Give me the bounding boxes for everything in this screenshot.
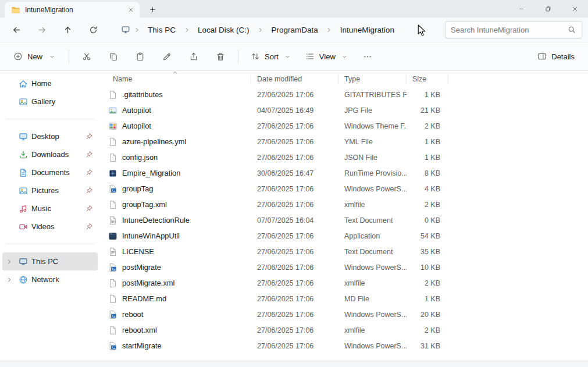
file-row[interactable]: reboot.xml27/06/2025 17:06xmlfile2 KB	[105, 322, 588, 338]
file-row[interactable]: groupTag.xml27/06/2025 17:06xmlfile2 KB	[105, 197, 588, 212]
paste-button[interactable]	[130, 46, 151, 67]
file-row[interactable]: startMigrate27/06/2025 17:06Windows Powe…	[105, 338, 588, 354]
file-name-cell: Empire_Migration	[105, 165, 251, 181]
file-row[interactable]: .gitattributes27/06/2025 17:06GITATTRIBU…	[105, 87, 588, 102]
sidebar-item-desktop[interactable]: Desktop	[2, 127, 98, 145]
file-row[interactable]: Autopilot04/07/2025 16:49JPG File21 KB	[105, 102, 588, 118]
file-type: xmlfile	[338, 322, 407, 338]
file-row[interactable]: postMigrate.xml27/06/2025 17:06xmlfile2 …	[105, 275, 588, 291]
new-tab-button[interactable]	[145, 2, 159, 16]
sidebar-item-label: Documents	[31, 168, 82, 177]
sidebar-item-gallery[interactable]: Gallery	[2, 92, 98, 111]
chevron-right-icon[interactable]	[3, 257, 15, 266]
tab-close-icon[interactable]	[126, 5, 136, 15]
file-row[interactable]: Empire_Migration30/06/2025 16:47RunTime …	[105, 165, 588, 181]
new-button[interactable]: New	[8, 48, 62, 65]
file-row[interactable]: README.md27/06/2025 17:06MD File1 KB	[105, 291, 588, 307]
breadcrumb-item[interactable]: IntuneMigration	[334, 23, 400, 37]
file-size: 31 KB	[407, 338, 448, 354]
file-size: 4 KB	[407, 181, 448, 197]
file-row[interactable]: azure-pipelines.yml27/06/2025 17:06YML F…	[105, 134, 588, 149]
up-button[interactable]	[56, 20, 79, 40]
breadcrumb-item[interactable]: This PC	[142, 23, 181, 37]
sidebar-item-this-pc[interactable]: This PC	[2, 252, 98, 270]
sidebar-item-network[interactable]: Network	[2, 270, 98, 288]
file-row[interactable]: groupTag27/06/2025 17:06Windows PowerS..…	[105, 181, 588, 197]
pin-icon	[85, 169, 93, 176]
column-header-size[interactable]: Size	[407, 71, 448, 87]
breadcrumb-chevron-icon[interactable]	[182, 27, 191, 33]
column-header-name[interactable]: Name	[105, 71, 251, 87]
file-date-modified: 04/07/2025 16:49	[251, 102, 338, 118]
sidebar-item-music[interactable]: Music	[2, 199, 98, 218]
file-date-modified: 27/06/2025 17:06	[251, 338, 338, 354]
file-type: Application	[338, 228, 407, 244]
more-options-button[interactable]	[357, 46, 378, 67]
sidebar-item-home[interactable]: Home	[2, 74, 98, 92]
refresh-button[interactable]	[81, 20, 105, 40]
titlebar: IntuneMigration	[0, 0, 588, 17]
sidebar-indent	[3, 222, 15, 231]
copy-button[interactable]	[103, 46, 124, 67]
sidebar-item-videos[interactable]: Videos	[2, 218, 98, 236]
file-name: Autopilot	[122, 122, 151, 130]
search-icon[interactable]	[567, 25, 576, 34]
sidebar-item-pictures[interactable]: Pictures	[2, 181, 98, 199]
maximize-button[interactable]	[534, 0, 561, 17]
view-icon	[305, 52, 315, 61]
file-name-cell: IntuneWinAppUtil	[105, 228, 251, 244]
column-header-type[interactable]: Type	[338, 71, 407, 87]
view-button[interactable]: View	[300, 48, 355, 65]
details-button[interactable]: Details	[532, 48, 580, 65]
sidebar-item-downloads[interactable]: Downloads	[2, 145, 98, 163]
file-type: MD File	[338, 291, 407, 307]
delete-button[interactable]	[210, 46, 231, 67]
file-row[interactable]: config.json27/06/2025 17:06JSON File1 KB	[105, 149, 588, 165]
file-name: reboot.xml	[122, 326, 157, 334]
file-name: postMigrate	[122, 263, 161, 272]
file-row[interactable]: postMigrate27/06/2025 17:06Windows Power…	[105, 259, 588, 275]
file-row[interactable]: LICENSE27/06/2025 17:06Text Document35 K…	[105, 244, 588, 259]
file-date-modified: 27/06/2025 17:06	[251, 134, 338, 149]
file-name: IntuneDetectionRule	[122, 216, 190, 225]
file-name: IntuneWinAppUtil	[122, 231, 180, 240]
sidebar-item-documents[interactable]: Documents	[2, 163, 98, 181]
pin-icon	[85, 151, 93, 158]
file-name-cell: azure-pipelines.yml	[105, 134, 251, 149]
back-button[interactable]	[5, 20, 28, 40]
file-size: 20 KB	[407, 307, 448, 322]
rename-button[interactable]	[156, 46, 177, 67]
file-date-modified: 27/06/2025 17:06	[251, 244, 338, 259]
search-input[interactable]	[451, 26, 564, 34]
cut-button[interactable]	[76, 46, 97, 67]
file-row[interactable]: IntuneWinAppUtil27/06/2025 17:06Applicat…	[105, 228, 588, 244]
close-button[interactable]	[561, 0, 588, 17]
file-size: 2 KB	[407, 322, 448, 338]
file-size: 54 KB	[407, 228, 448, 244]
file-row[interactable]: reboot27/06/2025 17:06Windows PowerS...2…	[105, 307, 588, 322]
minimize-button[interactable]	[508, 0, 534, 17]
chevron-down-icon	[340, 52, 350, 61]
sort-button[interactable]: Sort	[245, 48, 298, 65]
column-header-label: Size	[412, 75, 426, 83]
file-size: 8 KB	[407, 165, 448, 181]
documents-icon	[19, 168, 28, 177]
chevron-right-icon[interactable]	[3, 275, 15, 284]
breadcrumb-chevron-icon[interactable]	[132, 27, 141, 33]
share-button[interactable]	[183, 46, 204, 67]
explorer-tab[interactable]: IntuneMigration	[5, 2, 140, 17]
file-name: Empire_Migration	[122, 169, 180, 177]
file-type: Windows PowerS...	[338, 259, 407, 275]
breadcrumb-item[interactable]: Local Disk (C:)	[192, 23, 255, 37]
breadcrumb-chevron-icon[interactable]	[256, 27, 265, 33]
sidebar: HomeGalleryDesktopDownloadsDocumentsPict…	[0, 71, 100, 361]
breadcrumb-item[interactable]: ProgramData	[266, 23, 324, 37]
gallery-icon	[19, 97, 28, 106]
new-button-label: New	[27, 52, 42, 61]
forward-button[interactable]	[30, 20, 54, 40]
search-box[interactable]	[445, 21, 582, 38]
file-row[interactable]: Autopilot27/06/2025 17:06Windows Theme F…	[105, 118, 588, 134]
column-header-date-modified[interactable]: Date modified	[251, 71, 338, 87]
breadcrumb-chevron-icon[interactable]	[325, 27, 334, 33]
file-row[interactable]: IntuneDetectionRule07/07/2025 16:04Text …	[105, 212, 588, 228]
